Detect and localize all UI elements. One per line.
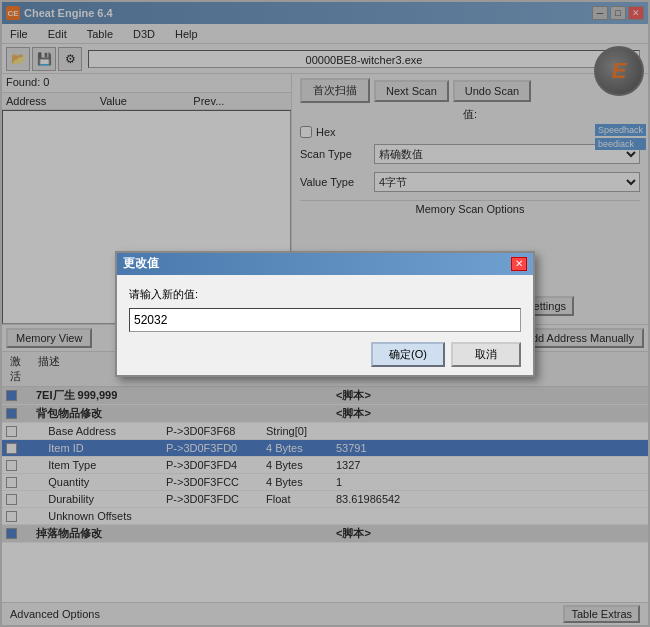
dialog-close-button[interactable]: ✕ — [511, 257, 527, 271]
dialog-overlay: 更改值 ✕ 请输入新的值: 确定(O) 取消 — [2, 2, 648, 625]
main-window: CE Cheat Engine 6.4 ─ □ ✕ File Edit Tabl… — [0, 0, 650, 627]
dialog-title-bar: 更改值 ✕ — [117, 253, 533, 275]
dialog-body: 请输入新的值: 确定(O) 取消 — [117, 275, 533, 375]
dialog-title: 更改值 — [123, 255, 159, 272]
dialog-buttons: 确定(O) 取消 — [129, 342, 521, 367]
change-value-dialog: 更改值 ✕ 请输入新的值: 确定(O) 取消 — [115, 251, 535, 377]
dialog-ok-button[interactable]: 确定(O) — [371, 342, 445, 367]
dialog-value-input[interactable] — [129, 308, 521, 332]
dialog-cancel-button[interactable]: 取消 — [451, 342, 521, 367]
dialog-input-label: 请输入新的值: — [129, 287, 521, 302]
